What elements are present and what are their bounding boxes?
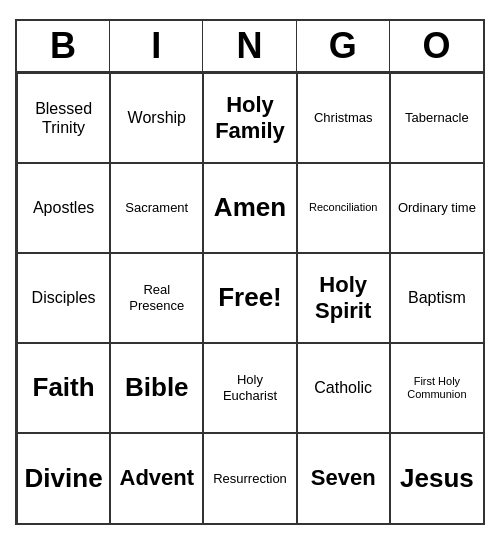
cell-text: Reconciliation [309,201,377,214]
header-letter: G [297,21,390,71]
cell-text: Catholic [314,378,372,397]
bingo-cell: First Holy Communion [390,343,483,433]
bingo-cell: Seven [297,433,390,523]
bingo-cell: Divine [17,433,110,523]
bingo-cell: Resurrection [203,433,296,523]
cell-text: Jesus [400,463,474,494]
cell-text: Sacrament [125,200,188,216]
bingo-cell: Faith [17,343,110,433]
header-letter: O [390,21,483,71]
cell-text: Amen [214,192,286,223]
cell-text: Free! [218,282,282,313]
bingo-cell: Tabernacle [390,73,483,163]
cell-text: Baptism [408,288,466,307]
header-letter: N [203,21,296,71]
cell-text: Seven [311,465,376,491]
cell-text: Real Presence [115,282,198,313]
bingo-cell: Advent [110,433,203,523]
bingo-grid: Blessed TrinityWorshipHoly FamilyChristm… [17,73,483,523]
bingo-cell: Baptism [390,253,483,343]
cell-text: Divine [25,463,103,494]
bingo-cell: Disciples [17,253,110,343]
bingo-cell: Free! [203,253,296,343]
bingo-cell: Ordinary time [390,163,483,253]
header-letter: I [110,21,203,71]
bingo-cell: Sacrament [110,163,203,253]
bingo-cell: Holy Family [203,73,296,163]
bingo-cell: Catholic [297,343,390,433]
bingo-cell: Jesus [390,433,483,523]
bingo-cell: Apostles [17,163,110,253]
cell-text: Disciples [32,288,96,307]
cell-text: Apostles [33,198,94,217]
bingo-cell: Worship [110,73,203,163]
cell-text: Bible [125,372,189,403]
cell-text: Christmas [314,110,373,126]
cell-text: Holy Eucharist [208,372,291,403]
bingo-cell: Blessed Trinity [17,73,110,163]
bingo-cell: Christmas [297,73,390,163]
cell-text: First Holy Communion [395,375,479,401]
cell-text: Holy Spirit [302,272,385,325]
bingo-cell: Amen [203,163,296,253]
bingo-cell: Holy Spirit [297,253,390,343]
cell-text: Resurrection [213,471,287,487]
bingo-cell: Real Presence [110,253,203,343]
bingo-header: BINGO [17,21,483,73]
bingo-card: BINGO Blessed TrinityWorshipHoly FamilyC… [15,19,485,525]
cell-text: Ordinary time [398,200,476,216]
cell-text: Blessed Trinity [22,99,105,137]
cell-text: Holy Family [208,92,291,145]
bingo-cell: Holy Eucharist [203,343,296,433]
cell-text: Worship [128,108,186,127]
cell-text: Advent [120,465,195,491]
cell-text: Tabernacle [405,110,469,126]
bingo-cell: Reconciliation [297,163,390,253]
bingo-cell: Bible [110,343,203,433]
cell-text: Faith [33,372,95,403]
header-letter: B [17,21,110,71]
